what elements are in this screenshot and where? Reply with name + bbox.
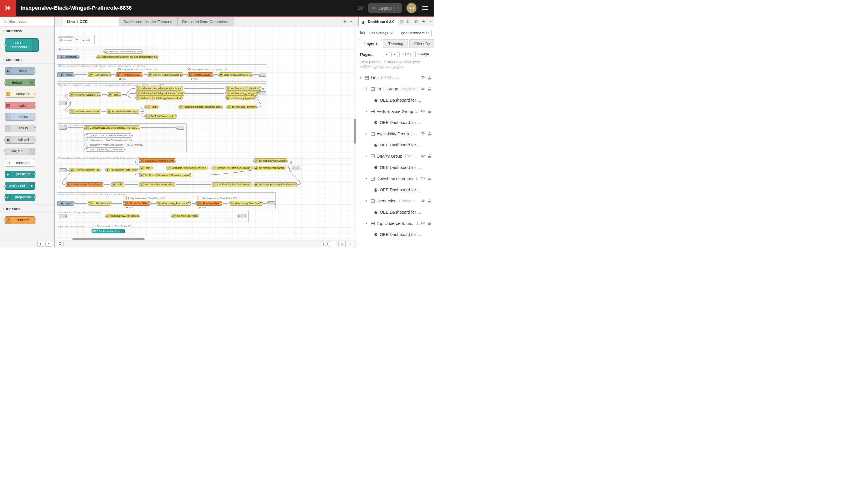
output-port[interactable] bbox=[180, 97, 183, 99]
output-port[interactable] bbox=[189, 202, 191, 204]
lock-icon[interactable] bbox=[428, 87, 431, 91]
flow-node[interactable]: Performance = Total Produced Units / Tot… bbox=[84, 138, 132, 142]
dashboard-tab-theming[interactable]: Theming bbox=[383, 39, 409, 48]
input-port[interactable] bbox=[253, 160, 255, 161]
flow-node[interactable]: ƒCalculate the total good units produced… bbox=[136, 91, 184, 96]
input-port[interactable] bbox=[96, 56, 99, 58]
tab-dashboard-2[interactable]: Dashboard 2.0 bbox=[358, 17, 398, 27]
input-port[interactable] bbox=[4, 82, 6, 84]
flow-node[interactable]: OEE = (Availability) * (Performance) * (… bbox=[84, 147, 125, 152]
flow-node[interactable]: ⇄set flow.total_produced_units bbox=[226, 86, 261, 91]
output-port[interactable] bbox=[34, 127, 36, 130]
chevron-down-icon[interactable]: ▾ bbox=[366, 110, 369, 113]
expand-all-button[interactable]: ▼ bbox=[391, 52, 398, 57]
output-port[interactable] bbox=[250, 167, 253, 169]
flow-node[interactable]: ▶timestamp bbox=[60, 54, 79, 59]
flow-node[interactable]: Key Instructions: Read Before Proceeding bbox=[103, 49, 143, 54]
flow-node[interactable]: OEE Dashboard for Line 1◔ bbox=[92, 229, 125, 234]
flow-node[interactable]: ⇉split bbox=[111, 182, 124, 187]
output-port[interactable] bbox=[156, 56, 159, 58]
visibility-eye-icon[interactable] bbox=[420, 109, 425, 114]
flow-node[interactable]: → bbox=[238, 214, 246, 218]
visibility-eye-icon[interactable] bbox=[420, 87, 425, 91]
input-port[interactable] bbox=[110, 184, 113, 186]
output-port[interactable] bbox=[259, 88, 261, 89]
flow-node[interactable]: ⇄set flow.total_downtime bbox=[227, 104, 257, 109]
flow-node[interactable]: ↯ProductionData bbox=[123, 201, 150, 206]
flow-node[interactable]: Key Instructions: Read Before Proceeding bbox=[197, 196, 237, 200]
output-port[interactable] bbox=[284, 167, 286, 169]
visibility-eye-icon[interactable] bbox=[420, 154, 425, 158]
zoom-in-button[interactable]: + bbox=[347, 241, 354, 247]
flow-node[interactable]: ⇄Retrieve Production Data bbox=[69, 92, 101, 97]
tree-widget-row[interactable]: OEE Dashboard for Line 1 bbox=[356, 117, 434, 129]
palette-expand-all-button[interactable]: ▼ bbox=[45, 241, 52, 246]
output-port[interactable] bbox=[220, 202, 223, 204]
input-port[interactable] bbox=[144, 106, 147, 108]
flow-node[interactable]: ⇄store in msg.ProductionData bbox=[157, 201, 191, 206]
inject-trigger-button[interactable] bbox=[57, 72, 60, 77]
lock-icon[interactable] bbox=[428, 176, 431, 181]
palette-node-link-out[interactable]: link out→ bbox=[5, 148, 35, 155]
output-port[interactable] bbox=[65, 215, 67, 217]
output-port[interactable] bbox=[250, 184, 253, 186]
output-port[interactable] bbox=[65, 169, 67, 171]
main-menu-icon[interactable] bbox=[422, 6, 428, 10]
input-port[interactable] bbox=[211, 167, 213, 169]
input-port[interactable] bbox=[253, 184, 255, 186]
input-port[interactable] bbox=[225, 88, 227, 89]
flow-list-caret-icon[interactable]: ▾ bbox=[350, 19, 352, 23]
flow-node[interactable]: → bbox=[59, 214, 67, 218]
input-port[interactable] bbox=[106, 110, 108, 112]
output-port[interactable] bbox=[189, 174, 191, 176]
chevron-down-icon[interactable]: ▾ bbox=[366, 222, 369, 225]
output-port[interactable] bbox=[138, 215, 140, 217]
flow-node[interactable]: ⇄Retrieve Downtime Data bbox=[69, 109, 101, 114]
dashboard-tab-client-data[interactable]: Client Data bbox=[409, 39, 434, 48]
palette-collapse-all-button[interactable]: ▲ bbox=[37, 241, 44, 246]
input-port[interactable] bbox=[91, 230, 93, 232]
flow-node[interactable]: ⇄set msg.recentDowntime bbox=[254, 166, 285, 170]
input-port[interactable] bbox=[4, 151, 6, 152]
tab-help-book-icon[interactable] bbox=[405, 17, 413, 26]
tree-group-row[interactable]: ▾OEE Group1 Widgets bbox=[356, 84, 434, 95]
zoom-reset-button[interactable]: ○ bbox=[338, 241, 346, 247]
input-port[interactable] bbox=[156, 202, 158, 204]
input-port[interactable] bbox=[135, 97, 138, 99]
tab-config-gear-icon[interactable] bbox=[420, 17, 428, 26]
flow-node[interactable]: Key Instructions: Read Before Proceeding bbox=[187, 67, 227, 71]
flow-node[interactable]: → bbox=[59, 101, 67, 105]
palette-node-comment[interactable]: comment bbox=[5, 159, 35, 167]
flow-node[interactable]: ⇄store in msg.downtime_data bbox=[219, 72, 252, 77]
flow-node[interactable]: ▶inject bbox=[60, 72, 74, 77]
workspace-tab[interactable]: Line-1 OEE bbox=[63, 17, 119, 26]
palette-node-project-out[interactable]: project out▶ bbox=[5, 182, 35, 189]
input-port[interactable] bbox=[135, 88, 138, 89]
chevron-down-icon[interactable]: ▾ bbox=[366, 88, 369, 90]
flow-group[interactable]: Retrieve production and downtime data fr… bbox=[57, 192, 276, 209]
flow-node[interactable]: ⇄set flow.target_output bbox=[226, 96, 255, 101]
output-port[interactable] bbox=[34, 93, 36, 95]
flow-node[interactable]: ⇄Set Total Downtime to 0 bbox=[145, 114, 176, 119]
flow-node[interactable]: ⇄set msg.oeeTrend bbox=[172, 214, 198, 218]
tab-info-icon[interactable] bbox=[398, 17, 405, 26]
flow-node[interactable]: ⇉split bbox=[145, 104, 158, 109]
input-port[interactable] bbox=[229, 202, 231, 204]
deploy-options-caret-icon[interactable]: ▾ bbox=[395, 6, 402, 10]
flow-node[interactable]: ⇄Set params bbox=[88, 201, 111, 206]
flow-node[interactable]: ƒSort OEE from worst to best bbox=[139, 182, 175, 187]
output-port[interactable] bbox=[175, 116, 177, 117]
flow-node[interactable]: → bbox=[59, 168, 67, 172]
input-port[interactable] bbox=[225, 92, 227, 94]
output-port[interactable] bbox=[34, 139, 36, 141]
output-port[interactable] bbox=[295, 184, 298, 186]
input-port[interactable] bbox=[69, 169, 71, 171]
tree-widget-row[interactable]: OEE Dashboard for Line 1 bbox=[356, 184, 434, 195]
input-port[interactable] bbox=[69, 110, 71, 112]
visibility-eye-icon[interactable] bbox=[420, 132, 425, 136]
flow-node[interactable]: ⇄Set and store the current line and shif… bbox=[97, 54, 158, 59]
output-port[interactable] bbox=[138, 127, 140, 129]
input-port[interactable] bbox=[225, 97, 227, 99]
tree-widget-row[interactable]: OEE Dashboard for Line 1 bbox=[356, 162, 434, 173]
output-port[interactable] bbox=[156, 106, 159, 108]
